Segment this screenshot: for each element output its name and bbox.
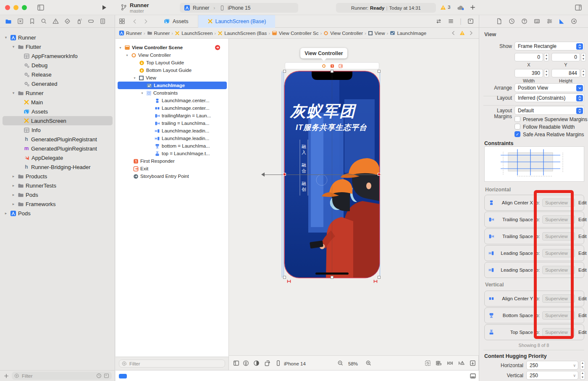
- chevron-down-icon[interactable]: ▾: [132, 76, 137, 80]
- outline-row-constraint-bottom[interactable]: bottom = LaunchIma...: [116, 142, 229, 150]
- scheme-selector[interactable]: Runner › iPhone 15: [180, 3, 298, 13]
- outline-row-constraint-leading2[interactable]: LaunchImage.leadin...: [116, 135, 229, 142]
- project-navigator-icon[interactable]: [5, 18, 12, 25]
- forward-icon[interactable]: [143, 19, 149, 24]
- outline-row-constraint-centerx[interactable]: LaunchImage.center...: [116, 97, 229, 104]
- chevron-right-icon[interactable]: ▸: [11, 202, 16, 206]
- warning-icon[interactable]: [440, 5, 446, 11]
- tab-assets[interactable]: Assets: [155, 15, 198, 28]
- outline-row-launchimage[interactable]: LaunchImage: [116, 82, 229, 89]
- file-row-frameworks[interactable]: ▸Frameworks: [0, 199, 115, 209]
- quick-help-inspector-icon[interactable]: [521, 18, 528, 24]
- breadcrumb-launchscreen-base[interactable]: LaunchScreen (Bas: [218, 31, 267, 36]
- accessibility-preview-icon[interactable]: [243, 360, 249, 366]
- follow-readable-width-checkbox[interactable]: [514, 124, 520, 130]
- identity-inspector-icon[interactable]: [534, 18, 540, 24]
- edit-constraint-button[interactable]: Edit: [578, 267, 587, 273]
- resize-handle-bottom-center[interactable]: [331, 276, 333, 279]
- outline-row-constraint-centery[interactable]: LaunchImage.center...: [116, 104, 229, 112]
- breakpoints-navigator-icon[interactable]: [88, 18, 94, 24]
- hugging-vertical-stepper[interactable]: ▲▼: [580, 371, 585, 380]
- reports-navigator-icon[interactable]: [100, 18, 106, 24]
- y-field[interactable]: 0: [551, 53, 580, 61]
- show-popup[interactable]: Frame Rectangle: [514, 42, 584, 50]
- resize-handle-top-right[interactable]: [378, 70, 381, 73]
- find-navigator-icon[interactable]: [41, 18, 47, 24]
- file-row-generatedpluginregistrant-h[interactable]: hGeneratedPluginRegistrant: [0, 135, 115, 144]
- resize-handle-middle-right[interactable]: [378, 173, 381, 176]
- zoom-out-icon[interactable]: [337, 360, 344, 366]
- file-row-runner-bridging-header[interactable]: hRunner-Bridging-Header: [0, 162, 115, 172]
- x-stepper[interactable]: ▲▼: [544, 53, 549, 61]
- breadcrumb-view-controller[interactable]: View Controller: [323, 31, 363, 36]
- add-file-icon[interactable]: [3, 373, 9, 379]
- edit-constraint-button[interactable]: Edit: [578, 251, 587, 256]
- outline-row-top-layout-guide[interactable]: Top Layout Guide: [116, 59, 229, 66]
- device-bar-button[interactable]: iPhone 14: [284, 361, 306, 366]
- chevron-right-icon[interactable]: ▸: [11, 193, 16, 197]
- adjust-editor-icon[interactable]: [448, 18, 454, 24]
- resize-handle-bottom-left[interactable]: [283, 276, 286, 279]
- update-frames-icon[interactable]: [425, 360, 431, 366]
- file-row-flutter[interactable]: ▾Flutter: [0, 42, 115, 51]
- outline-row-constraints[interactable]: ▾Constraints: [116, 89, 229, 97]
- tab-launchscreen-base[interactable]: LaunchScreen (Base): [198, 15, 276, 28]
- console-toggle-icon[interactable]: [470, 373, 476, 379]
- file-inspector-icon[interactable]: [496, 18, 502, 24]
- cloud-status-icon[interactable]: [456, 5, 465, 11]
- edit-constraint-button[interactable]: Edit: [578, 200, 587, 205]
- attributes-inspector-icon[interactable]: [546, 18, 553, 24]
- code-review-icon[interactable]: [436, 18, 442, 24]
- preserve-superview-margins-checkbox[interactable]: [514, 116, 520, 122]
- file-row-appdelegate[interactable]: AppDelegate: [0, 153, 115, 162]
- height-field[interactable]: 844: [551, 69, 580, 77]
- toggle-navigator-icon[interactable]: [37, 4, 45, 11]
- add-editor-icon[interactable]: [467, 18, 474, 24]
- breadcrumb-launchimage[interactable]: LaunchImage: [390, 30, 426, 36]
- view-controller-icon[interactable]: [322, 64, 326, 68]
- edit-constraint-button[interactable]: Edit: [578, 296, 587, 301]
- file-row-runner-project[interactable]: ▾Runner: [0, 33, 115, 42]
- source-control-status-icon[interactable]: [104, 373, 109, 378]
- chevron-right-icon[interactable]: ▸: [3, 211, 8, 215]
- toggle-inspector-icon[interactable]: [575, 4, 582, 11]
- back-icon[interactable]: [132, 19, 138, 24]
- file-row-pods-project[interactable]: ▸Pods: [0, 209, 115, 218]
- chevron-down-icon[interactable]: ▾: [125, 53, 129, 57]
- breadcrumb-view-controller-scene[interactable]: View Controller Sc: [272, 30, 318, 36]
- appearance-preview-icon[interactable]: [253, 360, 260, 366]
- breadcrumb-runner-group[interactable]: Runner: [147, 30, 170, 36]
- issues-navigator-icon[interactable]: [52, 18, 59, 24]
- resize-handle-top-left[interactable]: [283, 70, 286, 73]
- resize-handle-middle-left[interactable]: [283, 173, 286, 176]
- outline-row-constraint-trailingmargin[interactable]: trailingMargin = Laun...: [116, 112, 229, 119]
- toggle-outline-icon[interactable]: [233, 360, 239, 366]
- source-control-navigator-icon[interactable]: [17, 18, 24, 24]
- edit-constraint-button[interactable]: Edit: [578, 330, 587, 335]
- exit-icon[interactable]: [339, 64, 343, 68]
- chevron-down-icon[interactable]: ▾: [140, 91, 144, 95]
- width-stepper[interactable]: ▲▼: [544, 69, 549, 77]
- zoom-in-icon[interactable]: [365, 360, 372, 366]
- chevron-down-icon[interactable]: ▾: [3, 35, 8, 40]
- breadcrumb-runner-project[interactable]: Runner: [119, 30, 142, 36]
- tests-navigator-icon[interactable]: [64, 18, 71, 24]
- outline-row-exit[interactable]: Exit: [116, 165, 229, 172]
- chevron-right-icon[interactable]: ▸: [11, 183, 16, 188]
- safe-area-relative-margins-checkbox[interactable]: ✓: [514, 131, 520, 137]
- hugging-horizontal-combo[interactable]: 250 ∨: [526, 361, 578, 370]
- bookmarks-navigator-icon[interactable]: [29, 18, 35, 24]
- device-icon[interactable]: [275, 360, 281, 366]
- outline-row-constraint-top[interactable]: top = LaunchImage.t...: [116, 150, 229, 157]
- file-row-appframeworkinfo[interactable]: AppFrameworkInfo: [0, 51, 115, 61]
- chevron-down-icon[interactable]: ▾: [11, 45, 16, 49]
- file-row-products[interactable]: ▸Products: [0, 172, 115, 181]
- layout-popup[interactable]: Inferred (Constraints): [514, 93, 584, 102]
- outline-row-view[interactable]: ▾View: [116, 74, 229, 82]
- outline-row-bottom-layout-guide[interactable]: Bottom Layout Guide: [116, 66, 229, 74]
- previous-issue-icon[interactable]: [451, 30, 456, 36]
- resize-handle-top-center[interactable]: [331, 70, 333, 73]
- embed-icon[interactable]: [470, 360, 476, 366]
- resolve-autolayout-icon[interactable]: [458, 360, 465, 366]
- edit-constraint-button[interactable]: Edit: [578, 313, 587, 318]
